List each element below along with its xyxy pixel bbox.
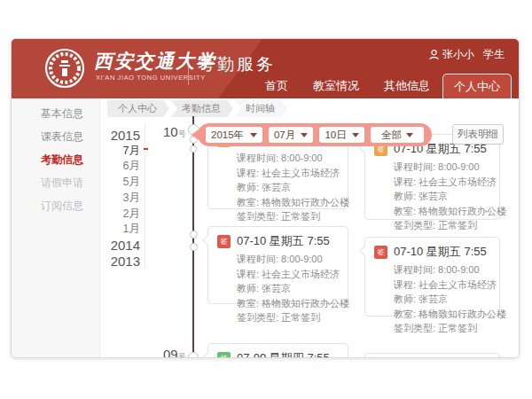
- day-label-10: 10号: [163, 124, 186, 140]
- nav-item-other-info[interactable]: 其他信息: [372, 74, 442, 98]
- card-course: 课程: 社会主义市场经济: [237, 267, 339, 282]
- card-course: 课程: 社会主义市场经济: [394, 175, 490, 190]
- card-teacher: 教师: 张芸京: [394, 292, 490, 307]
- sidebar-item-subscription[interactable]: 订阅信息: [12, 194, 99, 217]
- list-detail-button[interactable]: 列表明细: [452, 124, 504, 145]
- attendance-card-cut: [364, 353, 500, 358]
- card-notch: [202, 235, 212, 245]
- day-label-09: 09号: [163, 347, 186, 358]
- card-classroom: 教室: 格物致知行政办公楼: [394, 204, 490, 219]
- timeline-node: [190, 231, 198, 239]
- year-select[interactable]: 2015年: [206, 127, 262, 143]
- day-unit: 号: [178, 129, 186, 138]
- nav-item-classrooms[interactable]: 教室情况: [301, 74, 372, 98]
- card-teacher: 教师: 张芸京: [394, 189, 490, 204]
- card-signin-type: 签到类型: 正常签到: [394, 321, 490, 336]
- sidebar-item-attendance[interactable]: 考勤信息: [12, 148, 99, 171]
- nav-item-personal-center[interactable]: 个人中心: [442, 74, 512, 98]
- app-window: 西安交通大学 XI'AN JIAO TONG UNIVERSITY 考勤服务 张…: [11, 38, 520, 358]
- scale-year-2014[interactable]: 2014: [100, 238, 140, 254]
- screenshot-stage: 西安交通大学 XI'AN JIAO TONG UNIVERSITY 考勤服务 张…: [0, 0, 532, 399]
- month-select[interactable]: 07月: [269, 127, 313, 143]
- card-notch: [359, 246, 369, 255]
- breadcrumb-timeline[interactable]: 时间轴: [235, 100, 287, 117]
- timeline-node: [188, 352, 199, 358]
- sidebar-item-basic-info[interactable]: 基本信息: [12, 102, 99, 125]
- nav-item-home[interactable]: 首页: [253, 74, 301, 98]
- attendance-card: 签 07-09 星期四 7:55: [207, 343, 348, 358]
- scale-year-2013[interactable]: 2013: [100, 254, 140, 270]
- sidebar-item-course-table[interactable]: 课表信息: [12, 125, 99, 148]
- attendance-card: 签 07-10 星期五 7:55 课程时间: 8:00-9:00 课程: 社会主…: [207, 226, 348, 304]
- calendar-icon: 签: [217, 352, 231, 359]
- day-unit: 号: [178, 352, 186, 358]
- card-date: 07-10 星期五 7:55: [237, 233, 330, 249]
- card-date: 07-09 星期四 7:55: [237, 350, 330, 358]
- person-icon: [429, 50, 439, 60]
- date-filter-bar: 2015年 07月 10日 全部: [198, 123, 432, 146]
- scale-guide-line: [145, 123, 145, 269]
- timeline-node: [190, 243, 198, 251]
- month-select-value: 07月: [274, 129, 295, 142]
- type-select[interactable]: 全部: [371, 127, 424, 143]
- card-course-time: 课程时间: 8:00-9:00: [394, 262, 490, 278]
- attendance-card: 签 07-10 星期五 7:55 课程时间: 8:00-9:00 课程: 社会主…: [364, 134, 500, 220]
- card-classroom: 教室: 格物致知行政办公楼: [237, 296, 339, 311]
- card-classroom: 教室: 格物致知行政办公楼: [394, 307, 490, 322]
- sidebar: 基本信息 课表信息 考勤信息 请假申请 订阅信息: [12, 98, 100, 358]
- chevron-down-icon: [301, 133, 308, 137]
- scale-month-6[interactable]: 6月: [100, 159, 140, 175]
- university-name-en: XI'AN JIAO TONG UNIVERSITY: [96, 74, 206, 82]
- day-select[interactable]: 10日: [319, 127, 364, 143]
- card-course-time: 课程时间: 8:00-9:00: [237, 151, 339, 166]
- card-teacher: 教师: 张芸京: [237, 281, 339, 296]
- sidebar-item-leave-request[interactable]: 请假申请: [12, 171, 99, 194]
- scale-month-2[interactable]: 2月: [100, 207, 140, 223]
- user-name: 张小小: [442, 47, 474, 62]
- card-signin-type: 签到类型: 正常签到: [237, 310, 339, 325]
- chevron-down-icon: [250, 133, 257, 137]
- user-role: 学生: [483, 47, 505, 62]
- card-signin-type: 签到类型: 正常签到: [394, 218, 490, 233]
- app-header: 西安交通大学 XI'AN JIAO TONG UNIVERSITY 考勤服务 张…: [12, 39, 519, 98]
- user-info[interactable]: 张小小 学生: [429, 47, 505, 62]
- day-select-value: 10日: [325, 129, 346, 142]
- breadcrumb-attendance-info[interactable]: 考勤信息: [171, 100, 233, 117]
- main-nav: 首页 教室情况 其他信息 个人中心: [253, 74, 512, 98]
- current-month-tick: [144, 148, 148, 150]
- scale-month-1[interactable]: 1月: [100, 222, 140, 238]
- breadcrumb: 个人中心 考勤信息 时间轴: [107, 100, 287, 117]
- type-select-value: 全部: [381, 129, 402, 142]
- year-select-value: 2015年: [211, 129, 244, 142]
- chevron-down-icon: [352, 133, 359, 137]
- scale-month-7[interactable]: 7月: [100, 144, 140, 160]
- card-date: 07-10 星期五 7:55: [394, 244, 487, 260]
- card-signin-type: 签到类型: 正常签到: [237, 209, 339, 224]
- attendance-card: 签 07-10 星期五 7:55 课程时间: 8:00-9:00 课程: 社会主…: [364, 237, 500, 317]
- content-area: 个人中心 考勤信息 时间轴 2015 7月 6月 5月 3月 2月 1月 201…: [100, 98, 520, 358]
- card-course: 课程: 社会主义市场经济: [394, 278, 490, 293]
- card-course-time: 课程时间: 8:00-9:00: [237, 252, 339, 267]
- card-notch: [202, 352, 212, 358]
- title-divider: [188, 53, 189, 85]
- calendar-icon: 签: [217, 235, 231, 248]
- day-number: 09: [163, 347, 178, 358]
- timeline-scale: 2015 7月 6月 5月 3月 2月 1月 2014 2013: [100, 128, 143, 269]
- university-logo: [43, 47, 86, 90]
- card-course: 课程: 社会主义市场经济: [237, 166, 339, 181]
- scale-month-5[interactable]: 5月: [100, 175, 140, 191]
- scale-month-3[interactable]: 3月: [100, 191, 140, 207]
- timeline-node: [190, 145, 197, 153]
- scale-year-2015[interactable]: 2015: [100, 128, 140, 144]
- chevron-down-icon: [406, 133, 413, 137]
- breadcrumb-personal-center[interactable]: 个人中心: [107, 100, 169, 117]
- day-number: 10: [163, 124, 178, 139]
- university-seal-icon: [43, 47, 86, 90]
- card-course-time: 课程时间: 8:00-9:00: [394, 160, 490, 175]
- card-classroom: 教室: 格物致知行政办公楼: [237, 195, 339, 210]
- card-teacher: 教师: 张芸京: [237, 180, 339, 195]
- calendar-icon: 签: [374, 246, 387, 259]
